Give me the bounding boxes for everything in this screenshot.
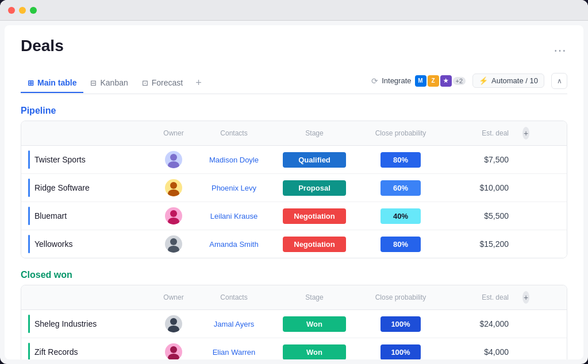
integration-icons: M Z ★ +2 [415,75,466,87]
contact-cell: Jamal Ayers [194,315,274,333]
col-probability: Close probability [355,125,447,142]
tabs-row: ⊞ Main table ⊟ Kanban ⊡ Forecast + ⟳ Int… [21,72,567,94]
row-bar [28,150,30,169]
pipeline-table: Owner Contacts Stage Close probability E… [21,121,567,258]
avatar [165,207,182,224]
owner-cell [153,203,194,229]
col-name [21,289,153,306]
col-contacts: Contacts [194,125,274,142]
contact-link[interactable]: Jamal Ayers [214,320,255,328]
more-options-button[interactable]: ⋯ [554,43,567,58]
page-header: Deals ⋯ ⊞ Main table ⊟ Kanban ⊡ Forecast… [5,25,583,94]
table-row: Bluemart Leilani Krause [21,202,567,230]
tab-main-table[interactable]: ⊞ Main table [21,73,83,93]
maximize-button[interactable] [30,7,37,14]
contact-link[interactable]: Leilani Krause [210,212,258,220]
prob-badge: 80% [381,152,421,168]
traffic-lights [8,7,37,14]
table-icon: ⊞ [28,79,34,87]
avatar [165,151,182,168]
svg-point-0 [170,154,177,161]
stage-cell: Won [274,342,355,360]
table-row: Sheleg Industries Jamal Ayers [21,310,567,338]
automate-button[interactable]: ⚡ Automate / 10 [472,73,544,88]
stage-badge: Won [283,316,346,332]
add-column-button[interactable]: + [522,291,529,304]
row-bar [28,315,30,333]
tab-forecast[interactable]: ⊡ Forecast [135,73,190,93]
closed-won-table: Owner Contacts Stage Close probability E… [21,285,567,359]
app-window: Deals ⋯ ⊞ Main table ⊟ Kanban ⊡ Forecast… [0,0,588,364]
row-bar [28,343,30,359]
kanban-icon: ⊟ [90,79,97,87]
owner-cell [153,311,194,337]
automate-icon: ⚡ [479,76,488,85]
minimize-button[interactable] [19,7,26,14]
prob-cell: 100% [355,342,447,360]
avatar [165,179,182,196]
deal-cell: $5,500 [447,207,516,225]
tab-kanban[interactable]: ⊟ Kanban [83,73,134,93]
row-name: Yelloworks [21,230,153,258]
integrate-button[interactable]: ⟳ Integrate M Z ★ +2 [371,75,466,87]
owner-cell [153,231,194,257]
svg-point-5 [168,218,179,224]
stage-badge: Qualified [283,152,346,168]
make-icon: ★ [440,75,452,87]
deal-cell: $7,500 [447,150,516,169]
toolbar-right: ⟳ Integrate M Z ★ +2 ⚡ Automate / 10 [371,73,567,94]
col-deal: Est. deal [447,125,516,142]
pipeline-section: Pipeline Owner Contacts Stage Close prob… [21,106,567,258]
stage-cell: Negotiation [274,234,355,254]
row-bar [28,179,30,197]
table-row: Yelloworks Amanda Smith [21,230,567,258]
row-name: Bluemart [21,202,153,230]
svg-point-10 [170,346,177,353]
prob-badge: 100% [381,316,421,332]
contact-link[interactable]: Elian Warren [213,348,256,357]
col-owner: Owner [153,125,194,142]
deal-cell: $10,000 [447,179,516,197]
pipeline-title: Pipeline [21,106,567,116]
contact-link[interactable]: Amanda Smith [209,240,258,249]
closed-won-section: Closed won Owner Contacts Stage Close pr… [21,270,567,359]
deal-cell: $4,000 [447,343,516,359]
table-row: Zift Records Elian Warren [21,338,567,359]
contact-link[interactable]: Phoenix Levy [212,184,256,192]
svg-point-4 [170,210,177,217]
tables-area: Pipeline Owner Contacts Stage Close prob… [5,94,583,359]
avatar [165,343,182,359]
deal-cell: $15,200 [447,235,516,253]
prob-badge: 80% [381,237,421,252]
row-bar [28,207,30,225]
stage-cell: Proposal [274,178,355,198]
svg-point-11 [168,354,179,359]
more-integrations: +2 [453,77,466,85]
contact-cell: Amanda Smith [194,235,274,253]
close-button[interactable] [8,7,15,14]
add-tab-button[interactable]: + [190,72,207,94]
table-row: Twister Sports Madison Doyle [21,146,567,174]
svg-point-6 [170,238,177,245]
prob-cell: 100% [355,314,447,334]
contact-cell: Madison Doyle [194,151,274,169]
prob-badge: 40% [381,208,421,224]
chevron-up-icon: ∧ [557,77,562,85]
svg-point-3 [168,189,179,196]
col-owner: Owner [153,289,194,306]
stage-badge: Proposal [283,180,346,196]
avatar [165,315,182,332]
stage-cell: Qualified [274,150,355,170]
prob-cell: 40% [355,206,447,226]
svg-point-9 [168,326,179,332]
collapse-button[interactable]: ∧ [551,73,567,89]
add-column-button[interactable]: + [522,127,529,140]
svg-point-7 [168,246,179,253]
forecast-icon: ⊡ [142,79,148,87]
titlebar [0,0,588,21]
svg-point-1 [168,161,179,168]
table-row: Ridge Software Phoenix Levy [21,174,567,202]
contact-link[interactable]: Madison Doyle [209,156,259,164]
row-name: Twister Sports [21,146,153,173]
svg-point-8 [170,318,177,325]
